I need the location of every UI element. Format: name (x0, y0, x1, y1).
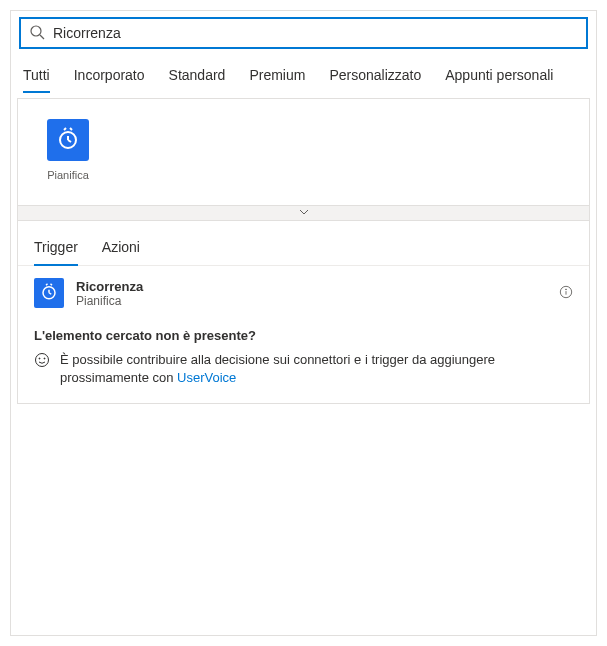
smile-icon (34, 352, 50, 371)
connector-label: Pianifica (47, 169, 89, 181)
expand-handle[interactable] (18, 205, 589, 221)
connector-schedule[interactable]: Pianifica (38, 119, 98, 181)
tab-builtin[interactable]: Incorporato (74, 59, 145, 93)
svg-point-17 (44, 358, 45, 359)
tab-standard[interactable]: Standard (169, 59, 226, 93)
tab-actions[interactable]: Azioni (102, 233, 140, 265)
schedule-tile (47, 119, 89, 161)
svg-line-9 (49, 292, 51, 294)
chevron-down-icon (298, 205, 310, 221)
trigger-action-tabs: Trigger Azioni (18, 221, 589, 266)
tab-all[interactable]: Tutti (23, 59, 50, 93)
svg-point-16 (39, 358, 40, 359)
results-panel: Pianifica Trigger Azioni (17, 98, 590, 404)
clock-icon (40, 283, 58, 304)
uservoice-link[interactable]: UserVoice (177, 370, 236, 385)
trigger-text: Ricorrenza Pianifica (76, 279, 559, 308)
svg-point-14 (566, 288, 567, 289)
trigger-tile (34, 278, 64, 308)
connector-picker-panel: Tutti Incorporato Standard Premium Perso… (10, 10, 597, 636)
trigger-title: Ricorrenza (76, 279, 559, 294)
svg-line-5 (64, 128, 66, 130)
svg-point-0 (31, 26, 41, 36)
tab-premium[interactable]: Premium (249, 59, 305, 93)
info-icon[interactable] (559, 285, 573, 302)
trigger-subtitle: Pianifica (76, 294, 559, 308)
search-box[interactable] (19, 17, 588, 49)
help-section: L'elemento cercato non è presente? È pos… (18, 320, 589, 403)
trigger-recurrence[interactable]: Ricorrenza Pianifica (18, 266, 589, 320)
svg-line-1 (40, 35, 44, 39)
svg-line-4 (68, 140, 71, 142)
svg-line-11 (51, 283, 53, 285)
tab-clipboard[interactable]: Appunti personali (445, 59, 553, 93)
tab-trigger[interactable]: Trigger (34, 233, 78, 265)
help-message: È possibile contribuire alla decisione s… (60, 352, 495, 385)
svg-line-6 (70, 128, 72, 130)
category-tabs: Tutti Incorporato Standard Premium Perso… (15, 59, 592, 94)
search-icon (29, 24, 45, 43)
tab-custom[interactable]: Personalizzato (329, 59, 421, 93)
help-text: È possibile contribuire alla decisione s… (60, 351, 573, 387)
search-input[interactable] (45, 25, 578, 41)
svg-line-10 (46, 283, 48, 285)
help-line: È possibile contribuire alla decisione s… (34, 351, 573, 387)
svg-point-15 (36, 354, 49, 367)
help-title: L'elemento cercato non è presente? (34, 328, 573, 343)
connectors-grid: Pianifica (18, 99, 589, 205)
clock-icon (56, 127, 80, 154)
